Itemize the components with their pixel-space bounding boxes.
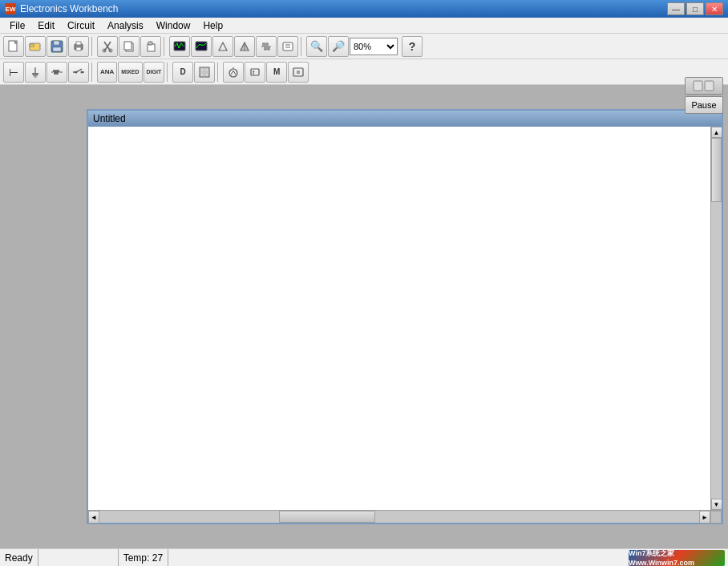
win7-logo: Win7系统之家 Www.Winwin7.com: [629, 550, 725, 566]
custom-component[interactable]: [194, 62, 215, 83]
save-button[interactable]: [47, 36, 67, 57]
scroll-down-button[interactable]: ▼: [711, 499, 722, 510]
new-button[interactable]: [3, 36, 24, 57]
distortion-button[interactable]: [234, 36, 255, 57]
separator3: [301, 37, 304, 56]
wire-tool[interactable]: ⊢: [3, 62, 24, 83]
circuit-content-area: ▲ ▼: [88, 127, 722, 510]
scroll-thumb-h[interactable]: [279, 511, 375, 523]
ammeter-tool[interactable]: f: [245, 62, 265, 83]
print-button[interactable]: [68, 36, 89, 57]
power-indicator: [685, 77, 723, 95]
resize-corner[interactable]: [710, 511, 722, 524]
pause-button[interactable]: Pause: [685, 96, 723, 114]
svg-rect-5: [53, 47, 61, 51]
svg-rect-22: [283, 42, 293, 51]
logic-convert-button[interactable]: [277, 36, 298, 57]
toolbar1: 🔍 🔎 50% 60% 70% 80% 90% 100% 125% 150% 2…: [0, 34, 728, 59]
circuit-canvas[interactable]: [88, 127, 710, 510]
help-button[interactable]: ?: [402, 36, 423, 57]
svg-rect-2: [30, 44, 34, 46]
title-bar: EW Electronics Workbench — □ ✕: [0, 0, 728, 18]
main-area: Untitled ▲ ▼ ◄ ►: [0, 85, 728, 548]
voltmeter-tool[interactable]: [223, 62, 244, 83]
circuit-bottom: ◄ ►: [88, 510, 722, 523]
menu-file[interactable]: File: [3, 18, 31, 33]
temp-value: 27: [152, 552, 163, 564]
circuit-window: Untitled ▲ ▼ ◄ ►: [87, 109, 723, 524]
menu-help[interactable]: Help: [196, 18, 229, 33]
scroll-track-v[interactable]: [711, 138, 722, 499]
svg-rect-14: [124, 42, 131, 50]
svg-rect-4: [54, 41, 59, 45]
status-pane-4: [168, 549, 629, 566]
separator4: [91, 63, 95, 82]
menu-analysis[interactable]: Analysis: [101, 18, 150, 33]
close-button[interactable]: ✕: [706, 2, 723, 15]
scroll-track-h[interactable]: [99, 511, 699, 523]
toolbar2: ⊢ ANA MIXED DIGIT D f M: [0, 59, 728, 85]
svg-rect-41: [200, 73, 204, 76]
ground-tool[interactable]: [25, 62, 46, 83]
menu-bar: File Edit Circuit Analysis Window Help: [0, 18, 728, 34]
window-controls: — □ ✕: [667, 2, 723, 15]
title-bar-left: EW Electronics Workbench: [5, 3, 119, 14]
transient-button[interactable]: [256, 36, 277, 57]
menu-circuit[interactable]: Circuit: [61, 18, 101, 33]
separator6: [217, 63, 220, 82]
separator1: [91, 37, 95, 56]
resistor-tool[interactable]: [47, 62, 67, 83]
svg-rect-51: [705, 81, 714, 91]
zoom-out-button[interactable]: 🔎: [328, 36, 349, 57]
app-icon: EW: [5, 3, 16, 14]
paste-button[interactable]: [140, 36, 161, 57]
cut-button[interactable]: [97, 36, 118, 57]
status-pane-2: [38, 549, 119, 566]
oscilloscope-button[interactable]: [169, 36, 190, 57]
copy-button[interactable]: [119, 36, 140, 57]
scroll-left-button[interactable]: ◄: [88, 511, 99, 524]
svg-text:f: f: [253, 70, 255, 75]
toolbar2-left: ⊢ ANA MIXED DIGIT D f M: [3, 62, 309, 83]
svg-rect-8: [76, 47, 81, 51]
multimeter-tool[interactable]: M: [266, 62, 287, 83]
logic-gate-tool[interactable]: D: [172, 62, 193, 83]
svg-rect-7: [76, 42, 81, 45]
open-button[interactable]: [25, 36, 46, 57]
window-title: Electronics Workbench: [20, 3, 119, 14]
status-ready: Ready: [0, 549, 38, 566]
svg-rect-40: [205, 68, 208, 71]
analog-components[interactable]: ANA: [97, 62, 117, 83]
temp-label: Temp:: [123, 552, 150, 564]
svg-rect-16: [148, 42, 152, 45]
vertical-scrollbar[interactable]: ▲ ▼: [710, 127, 722, 510]
svg-rect-50: [694, 81, 702, 91]
iv-analyzer-button[interactable]: [212, 36, 233, 57]
status-text: Ready: [5, 552, 33, 564]
zoom-select[interactable]: 50% 60% 70% 80% 90% 100% 125% 150% 200%: [350, 38, 398, 55]
separator5: [167, 63, 170, 82]
menu-edit[interactable]: Edit: [31, 18, 61, 33]
svg-marker-19: [219, 42, 227, 51]
svg-rect-42: [205, 73, 208, 76]
bode-button[interactable]: [191, 36, 212, 57]
mixed-components[interactable]: MIXED: [118, 62, 142, 83]
scroll-up-button[interactable]: ▲: [711, 127, 722, 138]
minimize-button[interactable]: —: [667, 2, 685, 15]
zoom-in-button[interactable]: 🔍: [306, 36, 327, 57]
menu-window[interactable]: Window: [150, 18, 197, 33]
digital-components[interactable]: DIGIT: [144, 62, 165, 83]
status-temp: Temp: 27: [119, 549, 168, 566]
switch-tool[interactable]: [68, 62, 89, 83]
svg-rect-47: [293, 68, 303, 76]
circuit-title: Untitled: [93, 113, 126, 124]
status-bar: Ready Temp: 27 Win7系统之家 Www.Winwin7.com: [0, 548, 728, 566]
svg-rect-39: [200, 68, 204, 71]
scroll-thumb-v[interactable]: [711, 138, 722, 202]
circuit-title-bar: Untitled: [88, 111, 722, 127]
separator2: [164, 37, 167, 56]
wattmeter-tool[interactable]: [288, 62, 309, 83]
maximize-button[interactable]: □: [686, 2, 704, 15]
scroll-right-button[interactable]: ►: [699, 511, 710, 524]
status-logo: Win7系统之家 Www.Winwin7.com: [629, 550, 728, 566]
